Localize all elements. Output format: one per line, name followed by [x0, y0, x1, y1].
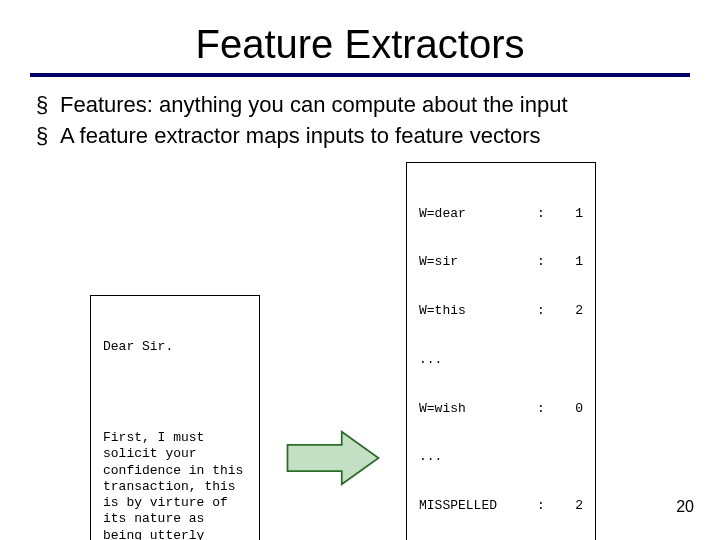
email-body: First, I must solicit your confidence in…	[103, 430, 247, 540]
feature-row: W=wish:0	[419, 401, 583, 417]
feature-row: W=this:2	[419, 303, 583, 319]
svg-marker-0	[288, 431, 379, 484]
slide-title: Feature Extractors	[30, 22, 690, 67]
feature-row: ...	[419, 352, 583, 368]
email-text-box: Dear Sir. First, I must solicit your con…	[90, 295, 260, 540]
feature-row: W=sir:1	[419, 254, 583, 270]
slide: Feature Extractors Features: anything yo…	[0, 0, 720, 540]
feature-vector-box: W=dear:1 W=sir:1 W=this:2 ... W=wish:0 .…	[406, 162, 596, 540]
arrow-icon	[278, 423, 388, 493]
bullet-features-def: Features: anything you can compute about…	[30, 91, 690, 120]
page-number: 20	[676, 498, 694, 516]
feature-row: W=dear:1	[419, 206, 583, 222]
title-rule	[30, 73, 690, 77]
diagram-row: Dear Sir. First, I must solicit your con…	[90, 162, 690, 540]
feature-row: MISSPELLED:2	[419, 498, 583, 514]
spacer	[103, 388, 247, 398]
feature-row: ...	[419, 449, 583, 465]
email-greeting: Dear Sir.	[103, 339, 247, 355]
bullet-feature-extractor: A feature extractor maps inputs to featu…	[30, 122, 690, 151]
top-bullet-list: Features: anything you can compute about…	[30, 91, 690, 150]
